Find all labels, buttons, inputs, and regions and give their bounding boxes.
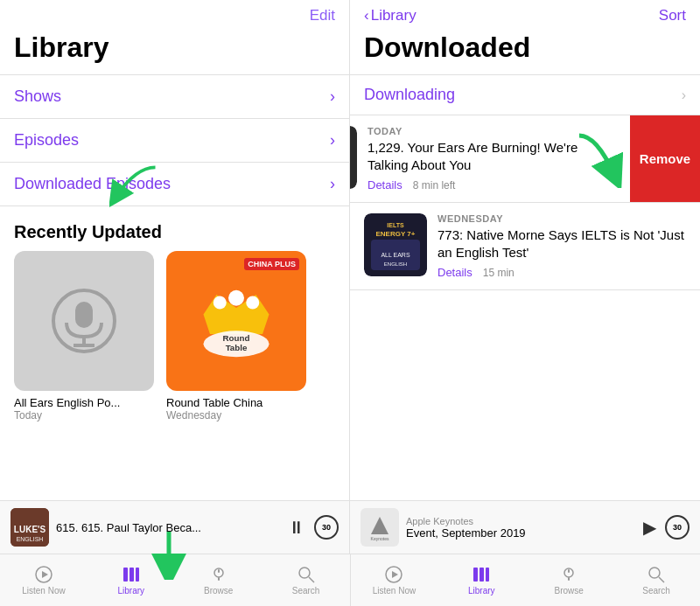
- tab-search-left[interactable]: Search: [262, 554, 350, 606]
- all-ears-artwork: [14, 251, 154, 391]
- pause-button[interactable]: ⏸: [288, 518, 305, 538]
- sort-button[interactable]: Sort: [659, 7, 686, 24]
- back-button[interactable]: ‹ Library: [364, 7, 416, 24]
- ep1-day: TODAY: [368, 126, 616, 136]
- browse-icon: [209, 565, 228, 584]
- nav-item-episodes[interactable]: Episodes ›: [0, 119, 349, 163]
- right-header: ‹ Library Sort: [350, 0, 700, 28]
- library-title: Library: [0, 28, 349, 74]
- round-table-artwork-bg: CHINA PLUS Round Table: [166, 251, 306, 391]
- svg-rect-42: [486, 568, 489, 582]
- all-ears-artwork-bg: [14, 251, 154, 391]
- svg-point-10: [246, 296, 259, 310]
- episode-item-1[interactable]: ALL EARS 7+ IELTS ENERGY TODAY 1,229. Yo…: [350, 115, 700, 203]
- tab-listen-now-left[interactable]: Listen Now: [0, 554, 88, 606]
- round-table-name: Round Table China: [166, 396, 306, 409]
- tab-search-right-label: Search: [642, 586, 670, 596]
- svg-rect-2: [75, 302, 93, 328]
- svg-text:ENGLISH: ENGLISH: [17, 536, 44, 542]
- skip-forward-button[interactable]: 30: [314, 515, 339, 540]
- svg-rect-34: [218, 569, 220, 573]
- svg-line-37: [309, 577, 314, 582]
- ep1-info: TODAY 1,229. Your Ears Are Burning! We'r…: [368, 126, 616, 192]
- downloading-label: Downloading: [364, 86, 455, 104]
- svg-text:ENERGY 7+: ENERGY 7+: [376, 230, 416, 238]
- right-skip-label: 30: [673, 523, 682, 532]
- right-player-title: Event, September 2019: [406, 526, 636, 540]
- downloaded-chevron-icon: ›: [330, 175, 335, 193]
- tab-search-left-label: Search: [292, 586, 320, 596]
- left-player-artwork: LUKE'S ENGLISH: [10, 508, 49, 547]
- ep2-artwork: IELTS ENERGY 7+ ALL EARS ENGLISH: [364, 213, 427, 276]
- svg-rect-35: [218, 577, 220, 581]
- tab-browse-right-label: Browse: [555, 586, 584, 596]
- right-player: Keynotes Apple Keynotes Event, September…: [350, 500, 700, 554]
- nav-item-downloaded-episodes[interactable]: Downloaded Episodes ›: [0, 163, 349, 206]
- ep1-details-button[interactable]: Details: [368, 178, 402, 192]
- left-header: Edit: [0, 0, 349, 28]
- svg-text:ENGLISH: ENGLISH: [384, 261, 407, 267]
- ep1-artwork: ALL EARS 7+ IELTS ENERGY: [350, 126, 357, 189]
- podcast-card-all-ears[interactable]: All Ears English Po... Today: [14, 251, 154, 421]
- tab-search-right[interactable]: Search: [612, 554, 700, 606]
- tab-bar: Listen Now Library Browse Search: [0, 554, 700, 606]
- svg-rect-40: [473, 568, 478, 582]
- svg-rect-30: [123, 568, 128, 582]
- tab-library-right[interactable]: Library: [438, 554, 525, 606]
- recently-updated-title: Recently Updated: [0, 206, 349, 251]
- remove-button[interactable]: Remove: [630, 115, 700, 202]
- tab-library-left[interactable]: Library: [88, 554, 175, 606]
- ep2-details-button[interactable]: Details: [438, 266, 472, 279]
- skip-label: 30: [322, 523, 331, 532]
- nav-item-shows[interactable]: Shows ›: [0, 75, 349, 119]
- remove-btn-wrapper: Remove: [630, 115, 700, 202]
- episodes-chevron-icon: ›: [330, 131, 335, 150]
- left-player: LUKE'S ENGLISH 615. 615. Paul Taylor Bec…: [0, 500, 349, 554]
- podcast-microphone-icon: [49, 286, 119, 356]
- ep2-duration: 15 min: [483, 267, 514, 279]
- back-chevron-icon: ‹: [364, 7, 369, 24]
- left-player-info: 615. 615. Paul Taylor Beca...: [56, 521, 281, 534]
- apple-keynotes-icon: Keynotes: [364, 512, 396, 543]
- right-player-info: Apple Keynotes Event, September 2019: [406, 516, 636, 540]
- round-table-artwork: CHINA PLUS Round Table: [166, 251, 306, 391]
- right-skip-button[interactable]: 30: [665, 515, 690, 540]
- library-icon-active: [122, 565, 141, 584]
- tab-library-right-label: Library: [468, 586, 495, 596]
- back-label: Library: [371, 7, 416, 24]
- episode-item-2[interactable]: IELTS ENERGY 7+ ALL EARS ENGLISH WEDNESD…: [350, 203, 700, 290]
- apple-keynotes-artwork: Keynotes: [360, 508, 399, 547]
- downloading-row[interactable]: Downloading ›: [350, 74, 700, 115]
- tab-browse-left-label: Browse: [204, 586, 233, 596]
- podcast-card-round-table[interactable]: CHINA PLUS Round Table: [166, 251, 306, 421]
- left-tab-bar: Listen Now Library Browse Search: [0, 554, 350, 606]
- left-panel: Edit Library Shows › Episodes › Download…: [0, 0, 350, 554]
- svg-text:ALL EARS: ALL EARS: [381, 252, 410, 258]
- svg-text:LUKE'S: LUKE'S: [14, 525, 46, 534]
- right-player-source: Apple Keynotes: [406, 516, 636, 526]
- browse-right-icon: [559, 565, 578, 584]
- left-player-title: 615. 615. Paul Taylor Beca...: [56, 521, 281, 534]
- svg-rect-44: [568, 569, 570, 573]
- ep1-footer: Details 8 min left: [368, 178, 616, 192]
- ep1-title: 1,229. Your Ears Are Burning! We're Talk…: [368, 139, 616, 173]
- round-table-icon: Round Table: [184, 268, 289, 373]
- podcast-grid: All Ears English Po... Today CHINA PLUS …: [0, 251, 349, 421]
- tab-browse-left[interactable]: Browse: [175, 554, 262, 606]
- tab-listen-now-right[interactable]: Listen Now: [351, 554, 438, 606]
- svg-marker-39: [392, 571, 398, 578]
- downloading-chevron-icon: ›: [682, 87, 686, 103]
- svg-point-46: [649, 568, 660, 578]
- left-player-controls: ⏸ 30: [288, 515, 339, 540]
- svg-rect-31: [130, 568, 134, 582]
- tab-browse-right[interactable]: Browse: [525, 554, 612, 606]
- all-ears-name: All Ears English Po...: [14, 396, 154, 409]
- luke-podcast-icon: LUKE'S ENGLISH: [10, 508, 49, 547]
- ep2-footer: Details 15 min: [438, 266, 686, 279]
- edit-button[interactable]: Edit: [310, 7, 335, 24]
- right-player-controls: ▶ 30: [643, 515, 690, 540]
- search-icon-left: [297, 565, 316, 584]
- right-play-button[interactable]: ▶: [643, 517, 656, 538]
- svg-point-8: [214, 296, 227, 310]
- svg-point-36: [299, 568, 310, 578]
